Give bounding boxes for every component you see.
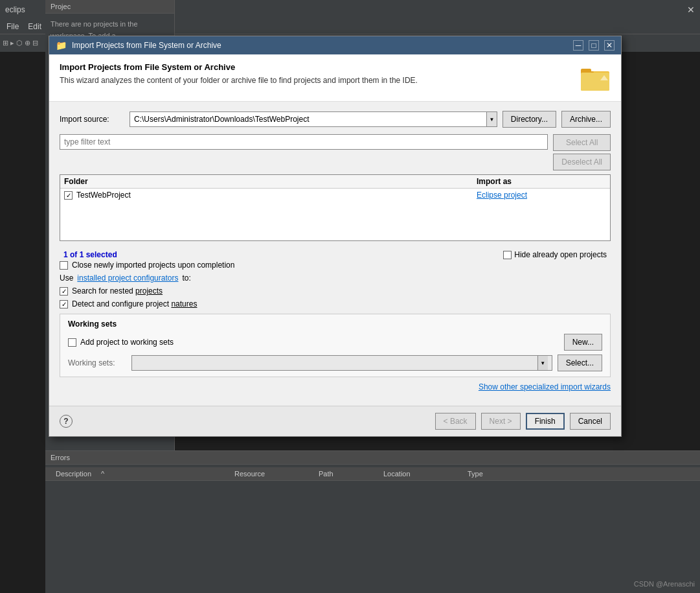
finish-button[interactable]: Finish (526, 413, 565, 430)
new-button[interactable]: New... (564, 334, 602, 351)
table-cell-import-as: Eclipse project (477, 191, 606, 200)
col-description: Description ^ (51, 470, 232, 478)
svg-rect-3 (581, 73, 609, 91)
col-folder: Folder (64, 177, 477, 186)
detect-natures-row: Detect and configure project natures (60, 299, 611, 308)
import-dialog: 📁 Import Projects from File System or Ar… (49, 36, 622, 437)
bottom-panel-header: Errors (45, 451, 700, 465)
working-sets-label: Working sets: (68, 358, 126, 367)
col-resource: Resource (232, 470, 316, 478)
hide-open-checkbox[interactable] (503, 251, 512, 259)
back-button[interactable]: < Back (435, 413, 476, 430)
bottom-table-header: Description ^ Resource Path Location Typ… (45, 467, 700, 481)
footer-buttons: < Back Next > Finish Cancel (435, 413, 611, 430)
import-source-input: C:\Users\Administrator\Downloads\TestWeb… (130, 111, 497, 127)
projects-table: Folder Import as TestWebProject Eclipse … (60, 174, 611, 241)
add-working-sets-row: Add project to working sets New... (68, 334, 602, 351)
col-type: Type (465, 470, 543, 478)
row-checkbox[interactable] (64, 191, 73, 200)
status-bar: 1 of 1 selected Hide already open projec… (60, 249, 611, 261)
search-nested-row: Search for nested projects (60, 286, 611, 296)
options-section: Close newly imported projects upon compl… (60, 261, 611, 308)
eclipse-bottom-panel: Errors Description ^ Resource Path Locat… (45, 450, 700, 593)
dialog-title: Import Projects from File System or Arch… (72, 41, 221, 50)
dialog-close-icon[interactable]: ✕ (604, 40, 615, 51)
bottom-table: Description ^ Resource Path Location Typ… (45, 465, 700, 483)
archive-button[interactable]: Archive... (561, 111, 611, 128)
add-working-sets-checkbox[interactable] (68, 338, 76, 347)
dialog-maximize-icon[interactable]: □ (589, 40, 599, 51)
installed-link[interactable]: installed project configurators (77, 273, 178, 283)
close-imported-row: Close newly imported projects upon compl… (60, 261, 611, 270)
use-configurators-row: Use installed project configurators to: (60, 273, 611, 283)
eclipse-title: eclips (5, 5, 25, 14)
close-imported-label: Close newly imported projects upon compl… (72, 261, 234, 270)
working-sets-title: Working sets (68, 320, 602, 329)
table-cell-folder: TestWebProject (64, 191, 477, 200)
panel-title: Projec (51, 3, 71, 10)
col-import-as: Import as (477, 177, 606, 186)
row-import-as[interactable]: Eclipse project (477, 191, 527, 200)
dialog-header-subtitle: This wizard analyzes the content of your… (60, 76, 418, 85)
col-location: Location (381, 470, 465, 478)
import-source-dropdown-icon[interactable]: ▼ (486, 112, 497, 126)
menu-file[interactable]: File (3, 21, 23, 32)
import-source-value: C:\Users\Administrator\Downloads\TestWeb… (130, 115, 486, 124)
cancel-button[interactable]: Cancel (570, 413, 611, 430)
select-ws-button[interactable]: Select... (558, 355, 602, 371)
eclipse-close-icon[interactable]: ✕ (687, 5, 695, 15)
select-all-button[interactable]: Select All (553, 134, 611, 151)
watermark: CSDN @Arenaschi (634, 580, 695, 588)
use-label: Use (60, 273, 73, 283)
dialog-icon: 📁 (56, 40, 67, 51)
search-nested-checkbox[interactable] (60, 287, 68, 296)
import-source-row: Import source: C:\Users\Administrator\Do… (60, 111, 611, 128)
detect-natures-checkbox[interactable] (60, 300, 68, 308)
sort-arrow: ^ (98, 470, 107, 478)
table-header: Folder Import as (60, 175, 610, 189)
side-buttons: Select All Deselect All (553, 134, 611, 170)
filter-input[interactable] (60, 134, 548, 150)
import-source-label: Import source: (60, 115, 124, 124)
working-sets-input: ▼ (131, 355, 552, 371)
row-folder-name: TestWebProject (76, 191, 131, 200)
working-sets-section: Working sets Add project to working sets… (60, 314, 611, 377)
bottom-tab-errors[interactable]: Errors (51, 454, 70, 461)
table-content: TestWebProject Eclipse project (60, 189, 610, 240)
search-nested-label: Search for nested projects (72, 286, 163, 296)
to-label: to: (182, 273, 190, 283)
dialog-titlebar: 📁 Import Projects from File System or Ar… (49, 36, 621, 54)
col-path: Path (316, 470, 381, 478)
show-wizards-row: Show other specialized import wizards (60, 377, 611, 397)
table-row[interactable]: TestWebProject Eclipse project (60, 189, 610, 202)
dialog-header-title: Import Projects from File System or Arch… (60, 62, 418, 72)
working-sets-dropdown-icon[interactable]: ▼ (537, 356, 548, 370)
dialog-minimize-icon[interactable]: ─ (573, 40, 583, 51)
dialog-titlebar-controls: ─ □ ✕ (573, 40, 615, 51)
next-button[interactable]: Next > (481, 413, 521, 430)
status-selected: 1 of 1 selected (63, 250, 117, 259)
working-sets-input-row: Working sets: ▼ Select... (68, 355, 602, 371)
help-button[interactable]: ? (60, 415, 73, 428)
filter-area: Select All Deselect All (60, 134, 611, 170)
dialog-header-text: Import Projects from File System or Arch… (60, 62, 418, 85)
directory-button[interactable]: Directory... (502, 111, 556, 128)
add-working-sets-label: Add project to working sets (80, 338, 174, 347)
dialog-footer: ? < Back Next > Finish Cancel (49, 406, 621, 436)
hide-open-label: Hide already open projects (514, 250, 607, 259)
panel-header: Projec (45, 0, 174, 14)
detect-natures-label: Detect and configure project natures (72, 299, 197, 308)
toolbar-icons: ⊞ ▸ ⬡ ⊕ ⊟ (3, 39, 38, 47)
show-wizards-link[interactable]: Show other specialized import wizards (479, 382, 611, 391)
dialog-folder-icon (580, 62, 611, 93)
deselect-all-button[interactable]: Deselect All (553, 154, 611, 170)
dialog-body: Import source: C:\Users\Administrator\Do… (49, 102, 621, 406)
dialog-header-area: Import Projects from File System or Arch… (49, 54, 621, 102)
menu-edit[interactable]: Edit (24, 21, 45, 32)
close-imported-checkbox[interactable] (60, 261, 68, 270)
